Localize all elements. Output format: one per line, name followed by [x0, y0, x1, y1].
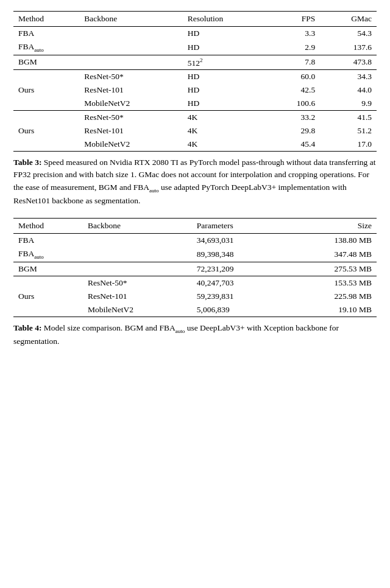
- cell-backbone: ResNet-101: [79, 124, 183, 138]
- cell-fps: 33.2: [268, 111, 320, 125]
- cell-resolution: HD: [183, 83, 268, 97]
- cell-method: BGM: [13, 262, 83, 276]
- cell-size: 153.53 MB: [284, 276, 377, 290]
- table3: Method Backbone Resolution FPS GMac FBA …: [13, 11, 377, 152]
- cell-gmac: 44.0: [320, 83, 377, 97]
- cell-size: 19.10 MB: [284, 303, 377, 317]
- cell-method: Ours: [13, 70, 79, 111]
- cell-resolution: 4K: [183, 124, 268, 138]
- cell-backbone: ResNet-101: [83, 290, 192, 303]
- col-size: Size: [284, 219, 377, 234]
- cell-fps: 3.3: [268, 27, 320, 41]
- cell-method: BGM: [13, 55, 79, 70]
- cell-fps: 45.4: [268, 138, 320, 152]
- cell-method: FBA: [13, 27, 79, 41]
- cell-parameters: 40,247,703: [192, 276, 284, 290]
- cell-size: 225.98 MB: [284, 290, 377, 303]
- cell-backbone: ResNet-50*: [83, 276, 192, 290]
- cell-fps: 7.8: [268, 55, 320, 70]
- divider-row: Ours ResNet-50* 4K 33.2 41.5: [13, 111, 377, 125]
- col-method: Method: [13, 12, 79, 27]
- cell-resolution: 4K: [183, 138, 268, 152]
- cell-backbone: MobileNetV2: [83, 303, 192, 317]
- cell-size: 138.80 MB: [284, 234, 377, 248]
- cell-method: FBA: [13, 234, 83, 248]
- table4-header-row: Method Backbone Parameters Size: [13, 219, 377, 234]
- cell-size: 275.53 MB: [284, 262, 377, 276]
- superscript-2: 2: [200, 57, 203, 63]
- cell-resolution: HD: [183, 97, 268, 111]
- cell-backbone: [79, 55, 183, 70]
- cell-parameters: 5,006,839: [192, 303, 284, 317]
- cell-resolution: 5122: [183, 55, 268, 70]
- cell-resolution: HD: [183, 70, 268, 84]
- table4-caption: Table 4: Model size comparison. BGM and …: [13, 322, 377, 348]
- cell-parameters: 59,239,831: [192, 290, 284, 303]
- col-backbone: Backbone: [79, 12, 183, 27]
- cell-resolution: HD: [183, 40, 268, 55]
- divider-row: BGM 72,231,209 275.53 MB: [13, 262, 377, 276]
- table-row: FBA 34,693,031 138.80 MB: [13, 234, 377, 248]
- cell-method: FBAauto: [13, 40, 79, 55]
- auto-subscript: auto: [34, 254, 44, 260]
- cell-gmac: 51.2: [320, 124, 377, 138]
- cell-fps: 2.9: [268, 40, 320, 55]
- cell-backbone: ResNet-50*: [79, 70, 183, 84]
- cell-backbone: [79, 40, 183, 55]
- auto-subscript: auto: [34, 47, 44, 53]
- cell-gmac: 34.3: [320, 70, 377, 84]
- divider-row: BGM 5122 7.8 473.8: [13, 55, 377, 70]
- caption-label: Table 3:: [13, 158, 41, 167]
- caption-text: Speed measured on Nvidia RTX 2080 TI as …: [13, 158, 375, 205]
- col-gmac: GMac: [320, 12, 377, 27]
- auto-subscript: auto: [149, 187, 159, 193]
- cell-method: FBAauto: [13, 247, 83, 262]
- cell-method: Ours: [13, 111, 79, 152]
- table4-container: Method Backbone Parameters Size FBA 34,6…: [13, 218, 377, 348]
- cell-gmac: 473.8: [320, 55, 377, 70]
- table3-caption: Table 3: Speed measured on Nvidia RTX 20…: [13, 156, 377, 207]
- table-row: FBA HD 3.3 54.3: [13, 27, 377, 41]
- cell-parameters: 34,693,031: [192, 234, 284, 248]
- cell-backbone: [83, 262, 192, 276]
- cell-backbone: MobileNetV2: [79, 97, 183, 111]
- table4: Method Backbone Parameters Size FBA 34,6…: [13, 218, 377, 317]
- cell-backbone: MobileNetV2: [79, 138, 183, 152]
- table3-container: Method Backbone Resolution FPS GMac FBA …: [13, 11, 377, 207]
- cell-resolution: 4K: [183, 111, 268, 125]
- cell-gmac: 54.3: [320, 27, 377, 41]
- cell-backbone: ResNet-50*: [79, 111, 183, 125]
- cell-backbone: [79, 27, 183, 41]
- cell-fps: 29.8: [268, 124, 320, 138]
- cell-gmac: 137.6: [320, 40, 377, 55]
- auto-subscript: auto: [176, 328, 185, 334]
- divider-row: Ours ResNet-50* 40,247,703 153.53 MB: [13, 276, 377, 290]
- cell-parameters: 89,398,348: [192, 247, 284, 262]
- cell-resolution: HD: [183, 27, 268, 41]
- cell-backbone: ResNet-101: [79, 83, 183, 97]
- cell-parameters: 72,231,209: [192, 262, 284, 276]
- cell-gmac: 17.0: [320, 138, 377, 152]
- caption-label: Table 4:: [13, 323, 41, 332]
- table-row: FBAauto HD 2.9 137.6: [13, 40, 377, 55]
- col-fps: FPS: [268, 12, 320, 27]
- cell-backbone: [83, 234, 192, 248]
- cell-fps: 100.6: [268, 97, 320, 111]
- caption-text: Model size comparison. BGM and FBAauto u…: [13, 323, 339, 346]
- col-resolution: Resolution: [183, 12, 268, 27]
- table3-header-row: Method Backbone Resolution FPS GMac: [13, 12, 377, 27]
- cell-gmac: 41.5: [320, 111, 377, 125]
- cell-fps: 42.5: [268, 83, 320, 97]
- col-method: Method: [13, 219, 83, 234]
- col-parameters: Parameters: [192, 219, 284, 234]
- cell-fps: 60.0: [268, 70, 320, 84]
- divider-row: Ours ResNet-50* HD 60.0 34.3: [13, 70, 377, 84]
- cell-method: Ours: [13, 276, 83, 317]
- cell-gmac: 9.9: [320, 97, 377, 111]
- cell-backbone: [83, 247, 192, 262]
- col-backbone: Backbone: [83, 219, 192, 234]
- cell-size: 347.48 MB: [284, 247, 377, 262]
- table-row: FBAauto 89,398,348 347.48 MB: [13, 247, 377, 262]
